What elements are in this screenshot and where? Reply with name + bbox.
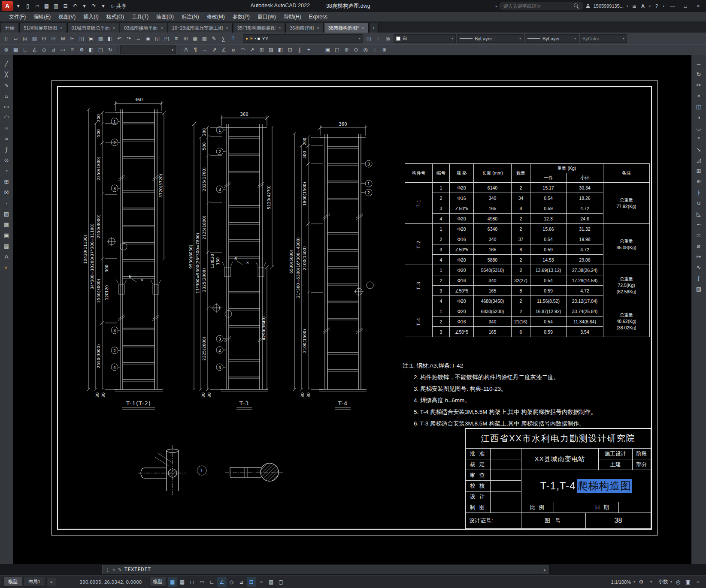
menu-item-0[interactable]: 文件(F) — [5, 12, 30, 21]
search-scope-caret-icon[interactable]: ▸ — [494, 2, 499, 10]
rectangle-icon[interactable]: ▭ — [2, 102, 11, 111]
edit-polyline-icon[interactable]: ∿ — [694, 262, 703, 272]
align-icon[interactable]: ≍ — [694, 230, 703, 240]
minimize-button[interactable]: — — [667, 1, 679, 11]
boundary-icon[interactable]: ▢ — [333, 45, 342, 54]
region-icon[interactable]: ▣ — [323, 45, 332, 54]
help-icon[interactable]: ? — [653, 2, 661, 10]
hatch-icon[interactable]: ▨ — [267, 45, 276, 54]
join-icon[interactable]: ∪ — [694, 198, 703, 208]
quick-calc-icon[interactable]: ∑ — [219, 34, 228, 43]
ellipse-icon[interactable]: ⊙ — [2, 155, 11, 165]
polar-tracking-icon[interactable]: ∠ — [217, 577, 227, 587]
pan-realtime-icon[interactable]: ↔ — [134, 34, 143, 43]
menu-item-9[interactable]: 参数(P) — [229, 12, 254, 21]
erase-icon[interactable]: × — [694, 91, 703, 100]
doc-tab-5[interactable]: 35门形构架组装图× — [233, 23, 285, 33]
plotstyle-dropdown[interactable]: ByColor ▾ — [580, 34, 627, 43]
hide-objects-icon[interactable]: ◌ — [370, 45, 379, 54]
ortho-icon[interactable]: ∟ — [21, 45, 30, 54]
layer-off-icon[interactable]: ◌ — [374, 34, 383, 43]
palette-icon[interactable]: ◐ — [2, 262, 11, 272]
annotation-scale[interactable]: 1:1/100% — [609, 579, 632, 585]
dynamic-input-icon[interactable]: ▭ — [197, 577, 207, 587]
menu-item-6[interactable]: 绘图(D) — [152, 12, 178, 21]
doc-tab-3[interactable]: 03城南接地平面× — [120, 23, 167, 33]
tab-close-icon[interactable]: × — [60, 26, 62, 30]
lwt-display-icon[interactable]: ≡ — [68, 45, 77, 54]
drawing-title-selected-text[interactable]: 爬梯构造图 — [577, 479, 632, 493]
rotate-icon[interactable]: ↻ — [694, 69, 703, 79]
doc-tab-4[interactable]: 16~23城南高压室施工图× — [168, 23, 233, 33]
command-bar[interactable]: ⋮ × ✎ TEXTEDIT ▴ — [102, 565, 548, 574]
move-icon[interactable]: ↔ — [694, 59, 703, 68]
scale-icon[interactable]: ◿ — [694, 155, 703, 165]
menu-item-4[interactable]: 格式(O) — [103, 12, 128, 21]
isometric-drafting-icon[interactable]: ◇ — [227, 577, 236, 587]
undo-icon[interactable]: ↶ — [115, 34, 124, 43]
annotation-plus-icon[interactable]: + — [646, 577, 656, 587]
fillet-icon[interactable]: ◡ — [694, 123, 703, 133]
measure-icon[interactable]: ∥ — [295, 45, 304, 54]
autodesk-app-icon[interactable]: A — [639, 2, 647, 10]
help-icon[interactable]: ? — [228, 34, 237, 43]
save-as-icon[interactable]: ▥ — [52, 2, 61, 11]
plot-icon[interactable]: ⊟ — [61, 2, 70, 11]
tab-close-icon[interactable]: × — [113, 26, 115, 30]
sheet-set-manager-icon[interactable]: ▧ — [200, 34, 209, 43]
stretch-icon[interactable]: ↘ — [694, 145, 703, 154]
menu-item-3[interactable]: 插入(I) — [79, 12, 102, 21]
doc-tab-2[interactable]: 01城南基础总平面× — [67, 23, 120, 33]
ellipse-arc-icon[interactable]: ◔ — [2, 166, 11, 175]
menu-item-10[interactable]: 窗口(W) — [254, 12, 280, 21]
ortho-mode-icon[interactable]: ∟ — [207, 577, 217, 587]
polyline-icon[interactable]: ∿ — [2, 80, 11, 90]
qnew-icon[interactable]: ▯ — [23, 2, 32, 11]
menu-item-1[interactable]: 编辑(E) — [30, 12, 55, 21]
doc-tab-1[interactable]: 51控制屏基础图× — [19, 23, 67, 33]
grid-icon[interactable]: ▦ — [168, 577, 177, 587]
snap-settings-icon[interactable]: ⊚ — [2, 45, 11, 54]
copy-icon[interactable]: ◫ — [694, 102, 703, 111]
help-caret-icon[interactable]: ▾ — [661, 2, 666, 10]
layer-states-icon[interactable]: ◫ — [364, 34, 373, 43]
blend-icon[interactable]: ∼ — [694, 220, 703, 229]
drawing-canvas[interactable]: 6×3602005002250(1800)2550(3000)2550(3000… — [13, 55, 691, 564]
new-layout-button[interactable]: + — [46, 578, 56, 586]
design-center-icon[interactable]: ⊞ — [181, 34, 190, 43]
markup-set-icon[interactable]: ✎ — [209, 34, 218, 43]
snap-mode-icon[interactable]: ▤ — [178, 577, 187, 587]
match-properties-icon[interactable]: ▨ — [96, 34, 105, 43]
qnew-icon[interactable]: ▯ — [2, 34, 11, 43]
divide-icon[interactable]: ÷ — [304, 45, 313, 54]
doc-tab-6[interactable]: 36抱箍详图× — [285, 23, 324, 33]
regen-icon[interactable]: ↻ — [106, 45, 115, 54]
menu-item-8[interactable]: 修改(M) — [203, 12, 229, 21]
table-icon[interactable]: ⊞ — [257, 45, 266, 54]
view-cube-icon[interactable]: ◧ — [87, 45, 96, 54]
color-dropdown[interactable]: 白 ▾ — [394, 34, 456, 43]
polar-icon[interactable]: ∠ — [30, 45, 39, 54]
polygon-icon[interactable]: ⌂ — [2, 91, 11, 100]
menu-item-7[interactable]: 标注(N) — [178, 12, 203, 21]
leader-icon[interactable]: ↗ — [248, 45, 257, 54]
zoom-realtime-icon[interactable]: ◉ — [143, 34, 152, 43]
object-snap-tracking-icon[interactable]: ⊿ — [237, 577, 246, 587]
table-icon[interactable]: ▦ — [2, 241, 11, 250]
arc-icon[interactable]: ◠ — [2, 112, 11, 122]
menu-item-11[interactable]: 帮助(H) — [280, 12, 305, 21]
mtext-icon[interactable]: ¶ — [191, 45, 200, 54]
search-icon[interactable] — [574, 3, 579, 9]
share-button[interactable]: ▷ 共享 — [111, 3, 127, 10]
app-caret-icon[interactable]: ▾ — [648, 2, 652, 10]
zoom-previous-icon[interactable]: ◰ — [162, 34, 171, 43]
construction-line-icon[interactable]: ╳ — [2, 69, 11, 79]
dyn-input-icon[interactable]: ▭ — [58, 45, 67, 54]
publish-icon[interactable]: ⊠ — [58, 34, 67, 43]
hatch-icon[interactable]: ▨ — [2, 209, 11, 218]
trim-icon[interactable]: ✂ — [694, 80, 703, 90]
insert-block-icon[interactable]: ⊞ — [2, 177, 11, 186]
model-space-toggle[interactable]: 模型 — [149, 577, 167, 587]
overkill-icon[interactable]: ⊗ — [380, 45, 389, 54]
text-icon[interactable]: A — [182, 45, 191, 54]
